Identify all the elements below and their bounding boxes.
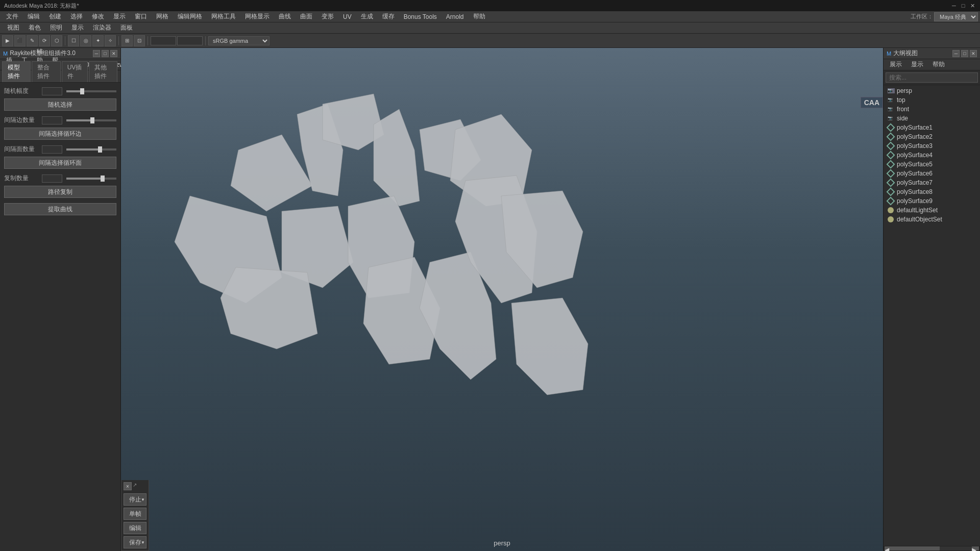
edge-section: 间隔边数量 5 间隔选择循环边	[4, 116, 116, 140]
coord-x-input[interactable]: 0.00	[151, 36, 176, 45]
menu-mesh-display[interactable]: 网格显示	[241, 11, 274, 22]
outliner-scroll-thumb[interactable]	[892, 546, 940, 550]
workspace-selector[interactable]: Maya 经典	[934, 12, 978, 21]
menu-deform[interactable]: 变形	[317, 11, 338, 22]
bottom-close-btn[interactable]: ×	[124, 482, 132, 490]
copy-slider-thumb[interactable]	[101, 176, 105, 182]
color-space-selector[interactable]: sRGB gamma	[208, 36, 270, 45]
face-select-btn[interactable]: 间隔选择循环面	[4, 157, 116, 169]
stop-button[interactable]: 停止 ▼	[124, 493, 146, 506]
menu-window[interactable]: 窗口	[131, 11, 151, 22]
edge-select-btn[interactable]: 间隔选择循环边	[4, 128, 116, 140]
toolbar-btn-1[interactable]: ▶	[2, 35, 13, 46]
menu-display[interactable]: 显示	[109, 11, 130, 22]
menu-create[interactable]: 创建	[45, 11, 65, 22]
menu-generate[interactable]: 生成	[357, 11, 377, 22]
plugin-restore-btn[interactable]: □	[102, 50, 109, 57]
edge-interval-input[interactable]: 5	[42, 116, 62, 124]
camera-icon-top: 📷	[888, 97, 895, 103]
extract-curve-btn[interactable]: 提取曲线	[4, 203, 116, 215]
toolbar-btn-9[interactable]: ✧	[105, 35, 116, 46]
copy-count-input[interactable]: 457	[42, 174, 62, 183]
outliner-scroll-left[interactable]: ◀	[885, 546, 892, 550]
menu-edit[interactable]: 编辑	[23, 11, 44, 22]
tree-item-polySurface4[interactable]: polySurface4	[884, 151, 980, 160]
random-strength-input[interactable]: 0.5	[42, 87, 62, 95]
menu-cache[interactable]: 缓存	[378, 11, 399, 22]
menu-view[interactable]: 视图	[3, 22, 23, 33]
outliner-maximize-btn[interactable]: □	[961, 50, 968, 57]
menu-show[interactable]: 显示	[67, 22, 88, 33]
tree-item-persp[interactable]: 📷 persp	[884, 86, 980, 95]
menu-select[interactable]: 选择	[66, 11, 87, 22]
edge-slider-thumb[interactable]	[90, 117, 94, 123]
tree-item-polySurface9[interactable]: polySurface9	[884, 196, 980, 206]
menu-renderer[interactable]: 渲染器	[89, 22, 115, 33]
menu-uv[interactable]: UV	[339, 12, 356, 21]
tree-item-polySurface1[interactable]: polySurface1	[884, 123, 980, 132]
menu-modify[interactable]: 修改	[88, 11, 108, 22]
toolbar-btn-3[interactable]: ✎	[27, 35, 38, 46]
plugin-minimize-btn[interactable]: ─	[93, 50, 100, 57]
outliner-menu-help[interactable]: 帮助	[928, 59, 949, 70]
menu-shading[interactable]: 着色	[24, 22, 45, 33]
menu-edit-mesh[interactable]: 编辑网格	[174, 11, 206, 22]
random-select-btn[interactable]: 随机选择	[4, 98, 116, 111]
tab-integrate-plugin[interactable]: 整合插件	[32, 61, 60, 82]
menu-panels[interactable]: 面板	[116, 22, 137, 33]
outliner-scroll-track[interactable]	[892, 546, 972, 550]
menu-help[interactable]: 帮助	[469, 11, 489, 22]
menu-mesh[interactable]: 网格	[152, 11, 173, 22]
plugin-close-btn[interactable]: ✕	[110, 50, 117, 57]
viewport[interactable]: persp CAA × ↗ 停止 ▼ 单帧 编辑 保存 ▼	[121, 48, 883, 551]
face-interval-input[interactable]: 7	[42, 145, 62, 154]
menu-surfaces[interactable]: 曲面	[296, 11, 316, 22]
single-frame-button[interactable]: 单帧	[124, 508, 146, 520]
toolbar-snap-btn[interactable]: ⊞	[121, 35, 133, 46]
tab-model-plugin[interactable]: 模型插件	[2, 61, 31, 82]
tab-uv-plugin[interactable]: UV插件	[62, 61, 88, 82]
tree-item-polySurface6[interactable]: polySurface6	[884, 169, 980, 178]
face-slider-thumb[interactable]	[98, 146, 102, 153]
menu-bonus-tools[interactable]: Bonus Tools	[400, 12, 441, 21]
tree-item-defaultLightSet[interactable]: defaultLightSet	[884, 206, 980, 215]
outliner-scroll-right[interactable]: ▶	[972, 546, 979, 550]
close-button[interactable]: ✕	[969, 2, 976, 9]
toolbar-magnet-btn[interactable]: ⊡	[134, 35, 145, 46]
stop-dropdown-arrow[interactable]: ▼	[141, 497, 145, 502]
coord-y-input[interactable]: 1.00	[177, 36, 203, 45]
toolbar-btn-6[interactable]: ☐	[68, 35, 79, 46]
toolbar-btn-2[interactable]: ⬛	[14, 35, 26, 46]
toolbar-btn-8[interactable]: ✦	[92, 35, 104, 46]
tree-item-front[interactable]: 📷 front	[884, 105, 980, 114]
copy-path-btn[interactable]: 路径复制	[4, 186, 116, 198]
outliner-close-btn[interactable]: ✕	[970, 50, 977, 57]
toolbar-btn-5[interactable]: ⬡	[51, 35, 62, 46]
menu-curves[interactable]: 曲线	[275, 11, 295, 22]
menu-arnold[interactable]: Arnold	[442, 12, 468, 21]
outliner-search-input[interactable]	[886, 72, 978, 83]
tree-item-defaultObjectSet[interactable]: defaultObjectSet	[884, 215, 980, 224]
tree-item-top[interactable]: 📷 top	[884, 95, 980, 105]
outliner-menu-show[interactable]: 显示	[907, 59, 927, 70]
tree-item-side[interactable]: 📷 side	[884, 114, 980, 123]
save-button[interactable]: 保存 ▼	[124, 536, 146, 548]
menu-mesh-tools[interactable]: 网格工具	[207, 11, 240, 22]
outliner-menu-display[interactable]: 展示	[886, 59, 906, 70]
edit-button[interactable]: 编辑	[124, 522, 146, 534]
outliner-minimize-btn[interactable]: ─	[952, 50, 960, 57]
menu-lighting[interactable]: 照明	[46, 22, 66, 33]
menu-file[interactable]: 文件	[2, 11, 22, 22]
minimize-button[interactable]: ─	[950, 2, 958, 9]
save-dropdown-arrow[interactable]: ▼	[141, 540, 145, 545]
tree-item-polySurface2[interactable]: polySurface2	[884, 132, 980, 141]
toolbar-btn-4[interactable]: ⟳	[39, 35, 50, 46]
tab-other-plugin[interactable]: 其他插件	[89, 61, 117, 82]
toolbar-btn-7[interactable]: ◎	[80, 35, 91, 46]
tree-item-polySurface7[interactable]: polySurface7	[884, 178, 980, 187]
tree-item-polySurface8[interactable]: polySurface8	[884, 187, 980, 196]
tree-item-polySurface3[interactable]: polySurface3	[884, 141, 980, 151]
tree-item-polySurface5[interactable]: polySurface5	[884, 160, 980, 169]
random-strength-slider-thumb[interactable]	[80, 88, 84, 94]
maximize-button[interactable]: □	[960, 2, 967, 9]
